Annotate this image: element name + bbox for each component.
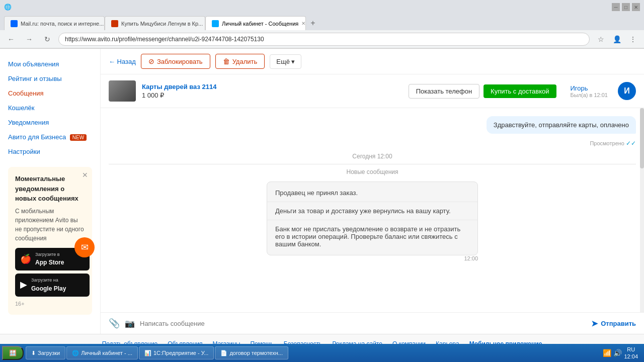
messages-area[interactable]: Здравствуйте, отправляйте карты, оплачен… [101, 108, 644, 312]
delete-button[interactable]: 🗑 Удалить [215, 54, 265, 69]
avito-float-icon: ✉ [74, 237, 95, 257]
buy-button[interactable]: Купить с доставкой [484, 84, 556, 98]
googleplay-button[interactable]: ▶ Загрузите на Google Play [15, 274, 90, 297]
product-title[interactable]: Карты дверей ваз 2114 [142, 83, 403, 90]
url-text: https://www.avito.ru/profile/messenger/c… [65, 36, 264, 43]
sidebar-item-wallet[interactable]: Кошелёк [0, 101, 100, 115]
googleplay-sub: Загрузите на [31, 277, 66, 284]
sidebar-link-settings[interactable]: Настройки [8, 148, 40, 155]
back-label: ← Назад [109, 58, 136, 65]
age-badge: 16+ [15, 300, 85, 308]
back-button[interactable]: ← Назад [109, 58, 136, 65]
address-bar: ← → ↻ https://www.avito.ru/profile/messe… [0, 30, 644, 48]
taskbar-label-downloads: Загрузки [38, 350, 60, 356]
taskbar-icon-doc: 📄 [220, 350, 227, 356]
reload-button[interactable]: ↻ [40, 32, 54, 46]
sidebar-item-my-ads[interactable]: Мои объявления [0, 57, 100, 71]
send-label: Отправить [601, 320, 636, 327]
send-icon: ➤ [591, 319, 598, 328]
title-bar-left: 🌐 [4, 4, 12, 11]
taskbar-item-1c[interactable]: 📊 1С:Предприятие - У... [139, 346, 214, 359]
sidebar-item-messages[interactable]: Сообщения [0, 86, 100, 101]
bookmark-button[interactable]: ☆ [594, 32, 608, 46]
url-bar[interactable]: https://www.avito.ru/profile/messenger/c… [58, 33, 590, 46]
system-messages: Продавец не принял заказ. Деньги за това… [267, 182, 478, 255]
sidebar-link-my-ads[interactable]: Мои объявления [8, 60, 59, 68]
tab-avito[interactable]: Личный кабинет - Сообщения ✕ [205, 16, 306, 30]
message-status: Просмотрено ✓✓ [590, 140, 636, 147]
send-button[interactable]: ➤ Отправить [591, 319, 636, 328]
taskbar-item-downloads[interactable]: ⬇ Загрузки [26, 346, 65, 359]
message-input-bar: 📎 📷 ➤ Отправить [101, 312, 644, 334]
taskbar-item-avito[interactable]: 🌐 Личный кабинет - ... [66, 346, 138, 359]
system-text-2: Деньги за товар и доставку уже вернулись… [275, 207, 451, 215]
seller-name[interactable]: Игорь [571, 84, 608, 92]
sidebar-item-business[interactable]: Авито для Бизнеса NEW [0, 130, 100, 144]
taskbar: 🪟 ⬇ Загрузки 🌐 Личный кабинет - ... 📊 1С… [0, 344, 644, 362]
maximize-button[interactable]: □ [622, 3, 630, 11]
tab-mail[interactable]: Mail.ru: почта, поиск и интерне... ✕ [4, 16, 105, 30]
system-message-2: Деньги за товар и доставку уже вернулись… [267, 202, 477, 220]
new-tab-button[interactable]: + [306, 16, 320, 30]
user-button[interactable]: 👤 [610, 32, 624, 46]
sidebar-item-reviews[interactable]: Рейтинг и отзывы [0, 71, 100, 86]
message-status-text: Просмотрено [590, 140, 624, 146]
sidebar-item-notifications[interactable]: Уведомления [0, 115, 100, 130]
close-button[interactable]: ✕ [632, 3, 640, 11]
more-label: Ещё ▾ [276, 58, 295, 65]
more-button[interactable]: Ещё ▾ [270, 54, 301, 69]
system-messages-container: Продавец не принял заказ. Деньги за това… [109, 182, 636, 261]
appstore-text: Загрузите в App Store [35, 251, 64, 267]
tab-mitsu[interactable]: Купить Мицубиси Легнум в Кр... ✕ [105, 16, 205, 30]
scroll-thumb[interactable] [640, 108, 644, 168]
appstore-sub: Загрузите в [35, 251, 64, 258]
browser-logo: 🌐 [4, 4, 12, 11]
tab-avito-label: Личный кабинет - Сообщения [222, 21, 298, 27]
check-mark: ✓✓ [626, 140, 636, 147]
sidebar-business-label: Авито для Бизнеса [8, 133, 66, 141]
tab-avito-close[interactable]: ✕ [301, 21, 305, 26]
start-button[interactable]: 🪟 [2, 346, 24, 360]
attach-button[interactable]: 📎 [109, 318, 120, 329]
show-phone-button[interactable]: Показать телефон [409, 84, 479, 99]
sidebar-link-reviews[interactable]: Рейтинг и отзывы [8, 75, 62, 82]
block-button[interactable]: ⊘ Заблокировать [141, 54, 210, 69]
sidebar: Мои объявления Рейтинг и отзывы Сообщени… [0, 49, 101, 334]
sidebar-business-badge: NEW [70, 134, 87, 141]
new-messages-divider: Новые сообщения [109, 164, 636, 175]
time-divider: Сегодня 12:00 [109, 153, 636, 160]
apple-icon: 🍎 [20, 252, 31, 266]
sidebar-item-settings[interactable]: Настройки [0, 144, 100, 159]
outgoing-message: Здравствуйте, отправляйте карты, оплачен… [487, 116, 636, 134]
outgoing-message-wrapper: Здравствуйте, отправляйте карты, оплачен… [109, 116, 636, 147]
seller-avatar[interactable]: И [618, 82, 636, 100]
promo-title: Моментальные уведомления о новых сообщен… [15, 174, 85, 204]
title-bar: 🌐 ─ □ ✕ [0, 0, 644, 14]
sidebar-link-wallet[interactable]: Кошелёк [8, 104, 35, 112]
taskbar-label-doc: договор термотехн... [229, 350, 283, 356]
sidebar-link-business[interactable]: Авито для Бизнеса NEW [8, 133, 87, 141]
camera-button[interactable]: 📷 [125, 319, 135, 328]
scroll-track[interactable] [640, 108, 644, 312]
seller-block: Игорь Был(а) в 12:01 [571, 84, 608, 98]
outgoing-text: Здравствуйте, отправляйте карты, оплачен… [494, 121, 629, 129]
taskbar-icon-1c: 📊 [144, 350, 151, 356]
tab-favicon-mitsu [111, 20, 118, 27]
window-controls[interactable]: ─ □ ✕ [612, 3, 640, 11]
promo-close-button[interactable]: ✕ [82, 171, 88, 179]
windows-icon: 🪟 [9, 349, 17, 356]
product-actions: Показать телефон Купить с доставкой [409, 84, 556, 99]
message-input[interactable] [140, 320, 586, 327]
tab-mitsu-label: Купить Мицубиси Легнум в Кр... [121, 21, 203, 27]
promo-text: С мобильным приложением Avito вы не проп… [15, 207, 85, 243]
chat-container: ← Назад ⊘ Заблокировать 🗑 Удалить Ещё ▾ [101, 49, 644, 334]
sidebar-link-messages[interactable]: Сообщения [8, 89, 44, 97]
menu-button[interactable]: ⋮ [626, 32, 640, 46]
delete-label: Удалить [232, 58, 258, 65]
sidebar-link-notifications[interactable]: Уведомления [8, 119, 49, 126]
tab-favicon-mail [11, 20, 18, 27]
taskbar-item-doc[interactable]: 📄 договор термотехн... [215, 346, 288, 359]
forward-nav-button[interactable]: → [22, 32, 36, 46]
minimize-button[interactable]: ─ [612, 3, 620, 11]
back-nav-button[interactable]: ← [4, 32, 18, 46]
